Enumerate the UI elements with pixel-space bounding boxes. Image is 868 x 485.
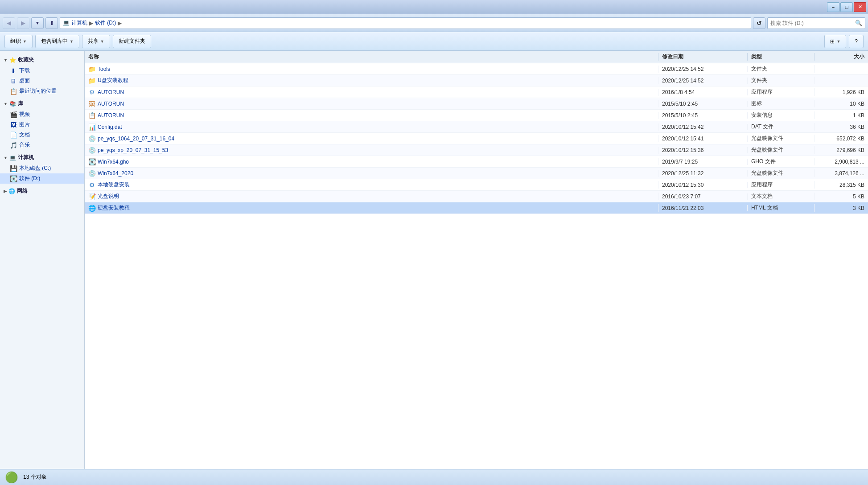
breadcrumb-bar: 💻 计算机 ▶ 软件 (D:) ▶ (60, 17, 751, 29)
sidebar-item-music[interactable]: 🎵 音乐 (0, 140, 84, 150)
view-arrow: ▼ (836, 39, 840, 44)
file-cell-date: 2016/10/23 7:07 (658, 193, 748, 200)
file-cell-date: 2015/5/10 2:45 (658, 112, 748, 119)
file-cell-name: 📋 AUTORUN (85, 112, 658, 119)
file-cell-size: 3 KB (815, 205, 868, 211)
organize-arrow: ▼ (23, 39, 27, 44)
file-cell-name: 🌐 硬盘安装教程 (85, 204, 658, 212)
file-cell-date: 2020/10/12 15:36 (658, 147, 748, 153)
file-name: pe_yqs_1064_20_07_31_16_04 (98, 136, 174, 142)
docs-icon: 📄 (10, 132, 17, 139)
music-label: 音乐 (19, 141, 30, 149)
file-name: U盘安装教程 (98, 77, 128, 84)
file-name: 本地硬盘安装 (98, 181, 130, 189)
table-row[interactable]: 🖼 AUTORUN 2015/5/10 2:45 图标 10 KB (85, 98, 868, 110)
sidebar-item-desktop[interactable]: 🖥 桌面 (0, 76, 84, 86)
file-cell-size: 652,072 KB (815, 136, 868, 142)
sidebar-network-header[interactable]: ▶ 🌐 网络 (0, 185, 84, 197)
file-name: Win7x64.gho (98, 159, 129, 165)
table-row[interactable]: 📝 光盘说明 2016/10/23 7:07 文本文档 5 KB (85, 191, 868, 202)
status-count: 13 个对象 (23, 473, 47, 481)
sidebar-computer-header[interactable]: ▼ 💻 计算机 (0, 152, 84, 163)
help-button[interactable]: ? (849, 35, 864, 48)
sidebar-item-c-drive[interactable]: 💾 本地磁盘 (C:) (0, 163, 84, 173)
file-cell-type: 图标 (748, 100, 815, 107)
search-input[interactable] (770, 20, 855, 26)
file-icon: 📋 (88, 112, 95, 119)
statusbar: 🟢 13 个对象 (0, 469, 868, 485)
video-label: 视频 (19, 111, 30, 118)
table-row[interactable]: 💿 Win7x64_2020 2020/12/25 11:32 光盘映像文件 3… (85, 168, 868, 179)
titlebar: − □ ✕ (0, 0, 868, 14)
c-drive-label: 本地磁盘 (C:) (19, 164, 51, 172)
table-row[interactable]: 💽 Win7x64.gho 2019/9/7 19:25 GHO 文件 2,90… (85, 156, 868, 168)
file-cell-type: 文件夹 (748, 65, 815, 73)
breadcrumb-drive[interactable]: 软件 (D:) (95, 19, 116, 27)
back-button[interactable]: ◀ (3, 17, 15, 29)
breadcrumb-sep-1: ▶ (89, 20, 93, 26)
sidebar-item-downloads[interactable]: ⬇ 下载 (0, 66, 84, 76)
computer-header-icon: 💻 (9, 155, 16, 161)
recent-icon: 📋 (10, 88, 17, 95)
pictures-label: 图片 (19, 121, 30, 128)
table-row[interactable]: 💿 pe_yqs_1064_20_07_31_16_04 2020/10/12 … (85, 133, 868, 144)
library-arrow: ▼ (4, 102, 8, 106)
d-drive-label: 软件 (D:) (19, 175, 40, 182)
file-name: AUTORUN (98, 89, 124, 95)
pictures-icon: 🖼 (10, 121, 17, 128)
sidebar-library-header[interactable]: ▼ 📚 库 (0, 98, 84, 109)
col-type-header[interactable]: 类型 (748, 53, 815, 61)
file-cell-name: 💽 Win7x64.gho (85, 158, 658, 165)
forward-button[interactable]: ▶ (17, 17, 29, 29)
table-row[interactable]: ⚙ 本地硬盘安装 2020/10/12 15:30 应用程序 28,315 KB (85, 179, 868, 191)
view-button[interactable]: ⊞ ▼ (824, 35, 846, 48)
favorites-arrow: ▼ (4, 58, 8, 62)
new-folder-button[interactable]: 新建文件夹 (113, 35, 151, 48)
file-cell-date: 2020/10/12 15:42 (658, 124, 748, 130)
file-cell-name: 📁 Tools (85, 66, 658, 73)
sidebar-item-d-drive[interactable]: 💽 软件 (D:) (0, 173, 84, 184)
col-name-header[interactable]: 名称 (85, 53, 658, 61)
table-row[interactable]: ⚙ AUTORUN 2016/1/8 4:54 应用程序 1,926 KB (85, 86, 868, 98)
file-cell-type: 应用程序 (748, 88, 815, 96)
minimize-button[interactable]: − (827, 2, 839, 12)
maximize-button[interactable]: □ (840, 2, 853, 12)
file-rows-container: 📁 Tools 2020/12/25 14:52 文件夹 📁 U盘安装教程 20… (85, 63, 868, 214)
table-row[interactable]: 💿 pe_yqs_xp_20_07_31_15_53 2020/10/12 15… (85, 144, 868, 156)
file-name: Win7x64_2020 (98, 170, 133, 177)
file-cell-name: 📊 Config.dat (85, 123, 658, 131)
sidebar-item-video[interactable]: 🎬 视频 (0, 109, 84, 119)
file-name: pe_yqs_xp_20_07_31_15_53 (98, 147, 168, 153)
include-library-button[interactable]: 包含到库中 ▼ (35, 35, 79, 48)
search-box[interactable]: 🔍 (767, 17, 865, 29)
sidebar-item-recent[interactable]: 📋 最近访问的位置 (0, 86, 84, 96)
sidebar-favorites-header[interactable]: ▼ ⭐ 收藏夹 (0, 54, 84, 66)
file-cell-date: 2016/1/8 4:54 (658, 89, 748, 95)
addressbar: ◀ ▶ ▼ ⬆ 💻 计算机 ▶ 软件 (D:) ▶ ↺ 🔍 (0, 14, 868, 32)
close-button[interactable]: ✕ (854, 2, 866, 12)
file-cell-type: 光盘映像文件 (748, 169, 815, 177)
search-icon: 🔍 (855, 20, 862, 26)
sidebar-item-pictures[interactable]: 🖼 图片 (0, 119, 84, 130)
table-row[interactable]: 📊 Config.dat 2020/10/12 15:42 DAT 文件 36 … (85, 121, 868, 133)
refresh-button[interactable]: ↺ (753, 17, 765, 29)
col-size-header[interactable]: 大小 (815, 53, 868, 61)
table-row[interactable]: 📁 Tools 2020/12/25 14:52 文件夹 (85, 63, 868, 75)
table-row[interactable]: 📋 AUTORUN 2015/5/10 2:45 安装信息 1 KB (85, 110, 868, 121)
file-cell-name: ⚙ 本地硬盘安装 (85, 181, 658, 189)
col-date-header[interactable]: 修改日期 (658, 53, 748, 61)
table-row[interactable]: 📁 U盘安装教程 2020/12/25 14:52 文件夹 (85, 75, 868, 86)
up-button[interactable]: ⬆ (45, 17, 58, 29)
dropdown-button[interactable]: ▼ (31, 17, 44, 29)
help-icon: ? (855, 38, 858, 45)
sidebar-section-library: ▼ 📚 库 🎬 视频 🖼 图片 📄 文档 🎵 音乐 (0, 98, 84, 150)
file-name: AUTORUN (98, 112, 124, 119)
d-drive-icon: 💽 (10, 175, 17, 182)
file-cell-size: 2,900,813 ... (815, 159, 868, 165)
table-row[interactable]: 🌐 硬盘安装教程 2016/11/21 22:03 HTML 文档 3 KB (85, 202, 868, 214)
share-button[interactable]: 共享 ▼ (82, 35, 110, 48)
organize-button[interactable]: 组织 ▼ (4, 35, 33, 48)
sidebar-item-docs[interactable]: 📄 文档 (0, 130, 84, 140)
breadcrumb-computer[interactable]: 💻 计算机 (63, 19, 87, 27)
file-cell-date: 2020/10/12 15:41 (658, 136, 748, 142)
